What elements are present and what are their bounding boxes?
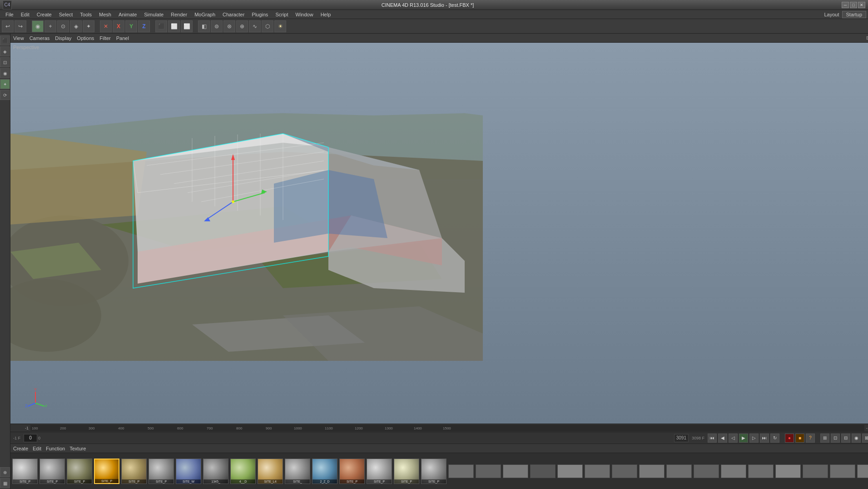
mat-menu-edit[interactable]: Edit	[33, 446, 41, 451]
left-tool-2[interactable]: ◈	[0, 46, 10, 56]
material-thumbnail-row2[interactable]	[694, 464, 719, 478]
z-axis-button[interactable]: Z	[138, 20, 150, 32]
add-button[interactable]: +	[45, 20, 56, 32]
y-axis-button[interactable]: Y	[125, 20, 137, 32]
camera-button[interactable]: ⬡	[262, 20, 273, 32]
menu-edit[interactable]: Edit	[17, 11, 33, 18]
menu-render[interactable]: Render	[167, 11, 191, 18]
live-selection-button[interactable]: ◉	[32, 20, 44, 32]
material-thumbnail-row2[interactable]	[803, 464, 828, 478]
rotate-button[interactable]: ⊙	[57, 20, 69, 32]
record-red-button[interactable]: ●	[785, 434, 794, 443]
sketch-button[interactable]: ∿	[249, 20, 261, 32]
material-thumbnail[interactable]: SITE_P	[421, 459, 446, 484]
material-thumbnail[interactable]: 2_Z_D	[312, 459, 337, 484]
delete-button[interactable]: ✕	[100, 20, 112, 32]
material-thumbnail[interactable]: SITE_L4	[258, 459, 283, 484]
minimize-button[interactable]: ─	[842, 2, 849, 8]
timeline-ruler[interactable]: -1 100 200 300 400 500 600 700 800 900	[10, 424, 868, 432]
material-thumbnail[interactable]: SITE_W	[176, 459, 201, 484]
timeline-track[interactable]: 100 200 300 400 500 600 700 800 900 1000…	[30, 425, 864, 431]
material-thumbnail-row2[interactable]	[612, 464, 637, 478]
vp-menu-view[interactable]: View	[13, 35, 24, 41]
material-thumbnail-row2[interactable]	[857, 464, 868, 478]
menu-help[interactable]: Help	[317, 11, 335, 18]
menu-mograph[interactable]: MoGraph	[191, 11, 219, 18]
material-thumbnail-row2[interactable]	[557, 464, 583, 478]
material-thumbnail-row2[interactable]	[721, 464, 746, 478]
material-thumbnail[interactable]: 4__D	[230, 459, 256, 484]
maximize-button[interactable]: □	[850, 2, 857, 8]
material-thumbnail[interactable]: SITE_P	[339, 459, 365, 484]
viewport-3d[interactable]: Perspective Y X Z	[10, 43, 868, 424]
layout-preset[interactable]: Startup	[842, 11, 866, 18]
record-button[interactable]: ⬜	[168, 20, 180, 32]
left-tool-3[interactable]: ⊡	[0, 57, 10, 67]
material-thumbnail[interactable]: SITE_P	[40, 459, 65, 484]
mat-menu-function[interactable]: Function	[46, 446, 65, 451]
menu-plugins[interactable]: Plugins	[248, 11, 272, 18]
auto-key-button[interactable]: ⬜	[181, 20, 193, 32]
material-thumbnail-row2[interactable]	[748, 464, 774, 478]
close-button[interactable]: ✕	[858, 2, 865, 8]
material-thumbnail[interactable]: SITE_P	[67, 459, 92, 484]
menu-tools[interactable]: Tools	[76, 11, 95, 18]
left-tool-grid[interactable]: ▦	[0, 478, 10, 488]
mat-menu-texture[interactable]: Texture	[69, 446, 86, 451]
goto-start-button[interactable]: ⏮	[708, 434, 717, 443]
fps-input[interactable]	[24, 434, 37, 442]
material-thumbnail-row2[interactable]	[775, 464, 801, 478]
vp-menu-filter[interactable]: Filter	[99, 35, 110, 41]
material-thumbnail[interactable]: SITE_P	[121, 459, 147, 484]
menu-mesh[interactable]: Mesh	[95, 11, 115, 18]
material-thumbnail[interactable]: SITE_P	[394, 459, 419, 484]
material-thumbnail-row2[interactable]	[530, 464, 556, 478]
material-thumbnail[interactable]: SITE_P	[367, 459, 392, 484]
light-button[interactable]: ☀	[274, 20, 286, 32]
menu-select[interactable]: Select	[55, 11, 77, 18]
vp-menu-cameras[interactable]: Cameras	[30, 35, 50, 41]
menu-simulate[interactable]: Simulate	[140, 11, 167, 18]
material-thumbnail-row2[interactable]	[639, 464, 665, 478]
objects-button[interactable]: ◧	[198, 20, 210, 32]
menu-window[interactable]: Window	[292, 11, 317, 18]
left-tool-4[interactable]: ◉	[0, 68, 10, 78]
left-tool-snap[interactable]: ⊕	[0, 467, 10, 477]
material-thumbnail[interactable]: SITE_	[285, 459, 310, 484]
left-tool-6[interactable]: ⟳	[0, 90, 10, 100]
play-button[interactable]: ▶	[739, 434, 748, 443]
material-thumbnail[interactable]: SITE_P	[149, 459, 174, 484]
scale-button[interactable]: ◈	[70, 20, 82, 32]
redo-button[interactable]: ↪	[15, 20, 26, 32]
goto-end-button[interactable]: ⏭	[760, 434, 769, 443]
anim-btn-2[interactable]: ⊡	[831, 434, 840, 443]
material-thumbnail-row2[interactable]	[666, 464, 692, 478]
material-thumbnail-row2[interactable]	[503, 464, 528, 478]
menu-create[interactable]: Create	[33, 11, 55, 18]
material-thumbnail[interactable]: SITE_P	[94, 459, 119, 484]
anim-btn-4[interactable]: ◉	[852, 434, 861, 443]
next-frame-button[interactable]: ▷	[749, 434, 759, 443]
vp-menu-options[interactable]: Options	[77, 35, 94, 41]
menu-script[interactable]: Script	[272, 11, 292, 18]
mat-menu-create[interactable]: Create	[13, 446, 28, 451]
material-thumbnail-row2[interactable]	[448, 464, 474, 478]
prev-frame-button[interactable]: ◀	[718, 434, 727, 443]
mograph-button[interactable]: ⊛	[223, 20, 235, 32]
anim-btn-5[interactable]: ⊠	[862, 434, 868, 443]
left-tool-1[interactable]: ⬛	[0, 35, 10, 45]
anim-btn-3[interactable]: ⊟	[841, 434, 850, 443]
material-thumbnail-row2[interactable]	[830, 464, 855, 478]
query-button[interactable]: ?	[806, 434, 815, 443]
vp-expand-icon[interactable]: ⊞	[866, 35, 868, 41]
menu-file[interactable]: File	[2, 11, 17, 18]
anim-btn-1[interactable]: ⊞	[820, 434, 829, 443]
vp-menu-panel[interactable]: Panel	[116, 35, 129, 41]
keyframe-button[interactable]: ⬛	[155, 20, 167, 32]
material-thumbnail[interactable]: 1345_	[203, 459, 228, 484]
left-tool-5[interactable]: ✦	[0, 79, 10, 89]
vp-menu-display[interactable]: Display	[55, 35, 71, 41]
stop-button[interactable]: ■	[795, 434, 804, 443]
material-thumbnail-row2[interactable]	[585, 464, 610, 478]
material-thumbnail[interactable]: SITE_P	[12, 459, 38, 484]
